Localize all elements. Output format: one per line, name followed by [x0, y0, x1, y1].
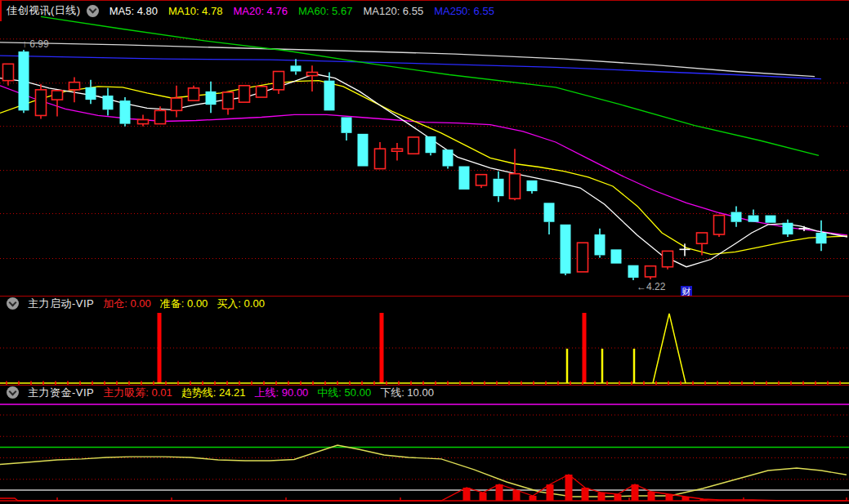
trading-app-window: ↑ 6.99←4.22财 佳创视讯(日线) MA5: 4.80 MA10: 4.… [0, 0, 849, 504]
ma120-label: MA120: 6.55 [363, 5, 423, 17]
panel3-field-qushixian: 趋势线: 24.21 [181, 386, 246, 400]
panel3-field-zhongxian: 中线: 50.00 [317, 386, 371, 400]
panel2-field-zhunbei: 准备: 0.00 [160, 297, 208, 311]
ma60-label: MA60: 5.67 [298, 5, 353, 17]
chevron-glyph [9, 298, 17, 306]
panel3-header: 主力资金-VIP 主力吸筹: 0.01 趋势线: 24.21 上线: 90.00… [0, 385, 849, 400]
svg-text:←4.22: ←4.22 [637, 281, 666, 292]
panel3-title: 主力资金-VIP [28, 386, 94, 400]
panel3-field-shangxian: 上线: 90.00 [255, 386, 309, 400]
title-bar: 佳创视讯(日线) MA5: 4.80 MA10: 4.78 MA20: 4.76… [0, 0, 849, 21]
panel2-header: 主力启动-VIP 加仓: 0.00 准备: 0.00 买入: 0.00 [0, 296, 849, 311]
panel2-chevron-down-icon[interactable] [7, 297, 19, 310]
panel2-field-jiacang: 加仓: 0.00 [103, 297, 151, 311]
chevron-down-icon[interactable] [87, 5, 99, 17]
panel2-field-mairu: 买入: 0.00 [217, 297, 265, 311]
ma20-label: MA20: 4.76 [233, 5, 288, 17]
page-title: 佳创视讯(日线) [7, 3, 81, 18]
panel3-chevron-down-icon[interactable] [7, 386, 19, 399]
chevron-glyph [88, 6, 96, 14]
ma5-label: MA5: 4.80 [109, 5, 158, 17]
panel3-field-xiaxian: 下线: 10.00 [380, 386, 434, 400]
chevron-glyph [9, 387, 17, 395]
svg-text:↑ 6.99: ↑ 6.99 [22, 38, 49, 50]
ma10-label: MA10: 4.78 [168, 5, 223, 17]
ma250-label: MA250: 6.55 [434, 5, 494, 17]
panel2-title: 主力启动-VIP [28, 297, 94, 311]
panel3-field-xichou: 主力吸筹: 0.01 [103, 386, 172, 400]
charts-canvas[interactable]: ↑ 6.99←4.22财 [0, 0, 849, 504]
